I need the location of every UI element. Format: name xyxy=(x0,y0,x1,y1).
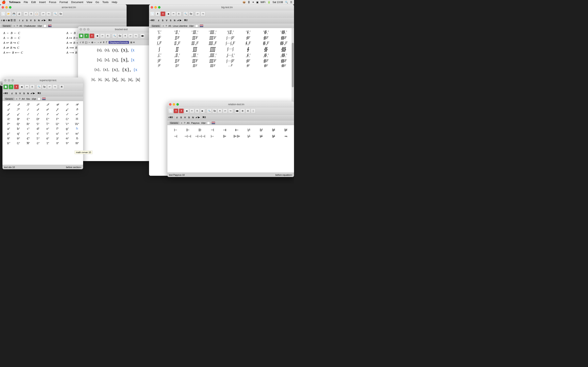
tb-copy[interactable]: ⎘ xyxy=(29,11,34,16)
tb-r-extra4[interactable]: | xyxy=(251,108,256,113)
tb-b-down[interactable]: ⬇ xyxy=(89,33,94,38)
fmt-s-extra[interactable]: ⌘2 xyxy=(37,92,41,95)
tb-b-new[interactable]: 📄 xyxy=(79,33,84,38)
max-button-super[interactable] xyxy=(11,79,14,82)
style-big[interactable]: Generic xyxy=(151,25,161,27)
doc-content-super[interactable]: 𝒫a 𝒬a ℛa 𝒮a 𝒯a 𝒰a 𝒱a 𝒲a 𝒶a ℱa 𝒸a 𝒹a ℯa 𝒻… xyxy=(2,101,83,165)
tb-s-down[interactable]: ⬇ xyxy=(14,84,19,89)
fmt-bg-script[interactable]: 𝒜 xyxy=(177,19,179,22)
fmt-italic[interactable]: I xyxy=(18,19,21,22)
tb-r-extra3[interactable]: ⊟ xyxy=(245,108,250,113)
tb-bg-undo[interactable]: ↩ xyxy=(195,11,200,16)
fmt-r-extra[interactable]: ⌘2 xyxy=(202,116,206,119)
fmt-bg-normal[interactable]: N xyxy=(173,19,176,22)
tb-bg-spell[interactable]: Sp xyxy=(189,11,193,16)
style-generic[interactable]: Generic xyxy=(2,25,12,27)
fmt-arrow[interactable]: ▶ xyxy=(44,19,45,22)
tb-save[interactable]: 💾 xyxy=(11,11,16,16)
color-box-relation[interactable] xyxy=(207,122,210,124)
tb-r-new[interactable]: 📄 xyxy=(168,108,173,113)
color-box-big[interactable] xyxy=(195,25,198,27)
fmt-s-strong[interactable]: S xyxy=(15,92,17,95)
tb-b-redo[interactable]: ↪ xyxy=(133,33,138,38)
tb-b-open[interactable]: ⬆ xyxy=(84,33,89,38)
tb-r-up[interactable]: ⬆ xyxy=(173,108,178,113)
style-relation[interactable]: Generic xyxy=(169,122,180,124)
tb-cut[interactable]: ✂ xyxy=(24,11,28,16)
menu-document[interactable]: Document xyxy=(71,1,83,4)
min-button-super[interactable] xyxy=(8,79,10,82)
tb-r-spell[interactable]: Sp xyxy=(212,108,217,113)
tb-open[interactable]: 📂 xyxy=(6,11,11,16)
fmt-bg-strong[interactable]: S xyxy=(161,19,164,22)
tb-redo[interactable]: ↪ xyxy=(46,11,51,16)
plus-btn[interactable]: + xyxy=(14,25,15,27)
close-button-bracket[interactable] xyxy=(80,28,82,31)
tb-bg-copy[interactable]: ⎘ xyxy=(176,11,181,16)
tb-s-undo[interactable]: ↩ xyxy=(47,84,52,89)
fmt-sans[interactable]: S xyxy=(33,19,36,22)
color-box[interactable] xyxy=(43,25,46,27)
fmt-r-arrow[interactable]: ▶ xyxy=(198,116,200,119)
fmt-bg-em[interactable]: E xyxy=(157,19,160,22)
close-button-arrow[interactable] xyxy=(2,6,4,8)
tb-bg-cut[interactable]: ✂ xyxy=(171,11,176,16)
tb-r-fwd[interactable]: ▶ xyxy=(200,108,205,113)
tb-spell[interactable]: Sp xyxy=(58,11,63,16)
fmt-r-verb[interactable]: V xyxy=(183,116,187,119)
tb-r-extra1[interactable]: ◀▶ xyxy=(235,108,240,113)
tb-s-up[interactable]: ⬆ xyxy=(9,84,13,89)
tb-r-x[interactable]: ✕ xyxy=(217,108,222,113)
fmt-s-verb[interactable]: V xyxy=(18,92,22,95)
tb-search[interactable]: 🔍 xyxy=(53,11,58,16)
fmt-extra1[interactable]: ⌘2 xyxy=(48,19,52,22)
tb-s-back[interactable]: ◀ xyxy=(19,84,24,89)
menu-icon[interactable]: ☰ xyxy=(290,1,292,4)
tb-bg-redo[interactable]: ↪ xyxy=(200,11,205,16)
tb-b-x[interactable]: ✕ xyxy=(123,33,128,38)
fmt-strong[interactable]: S xyxy=(25,19,28,22)
fmt-r-script[interactable]: 𝒜 xyxy=(195,116,197,119)
tb-r-undo[interactable]: ↩ xyxy=(223,108,228,113)
close-button-super[interactable] xyxy=(4,79,7,82)
tb-bg-open[interactable]: ⬆ xyxy=(155,11,160,16)
tb-s-redo[interactable]: ↪ xyxy=(52,84,57,89)
max-button-arrow[interactable] xyxy=(9,6,11,8)
plus-relation[interactable]: + xyxy=(181,122,182,124)
close-button-big[interactable] xyxy=(151,6,153,8)
tb-r-redo[interactable]: ↪ xyxy=(228,108,233,113)
fmt-verb[interactable]: V xyxy=(29,19,32,22)
tb-s-extra[interactable]: ⌘ xyxy=(59,84,64,89)
close-button-relation[interactable] xyxy=(169,103,172,106)
tb-bg-new[interactable]: 📄 xyxy=(150,11,155,16)
fmt-r-em[interactable]: E xyxy=(176,116,179,119)
help-super[interactable]: ? xyxy=(19,98,20,100)
menu-edit[interactable]: Edit xyxy=(31,1,36,4)
min-button-arrow[interactable] xyxy=(5,6,8,8)
tb-r-cut[interactable]: ✂ xyxy=(190,108,194,113)
tb-b-copy[interactable]: ⎘ xyxy=(105,33,110,38)
fmt-bg-verb[interactable]: V xyxy=(165,19,168,22)
doc-content-bracket[interactable]: (x), (x), (x), (x), (x [x], [x], [x], [x… xyxy=(78,45,154,161)
scrollbar-thumb-big[interactable] xyxy=(292,43,294,87)
fmt-r-sans[interactable]: S xyxy=(187,116,190,119)
fmt-normal[interactable]: N xyxy=(37,19,40,22)
menu-help[interactable]: Help xyxy=(112,1,117,4)
fmt-s-normal[interactable]: N xyxy=(26,92,30,95)
tb-paste[interactable]: 📋 xyxy=(34,11,39,16)
color-box-super[interactable] xyxy=(38,98,40,100)
min-button-relation[interactable] xyxy=(173,103,175,106)
tb-bg-back[interactable]: ◀ xyxy=(166,11,171,16)
tb-s-zoom[interactable]: 🔍 xyxy=(36,84,42,89)
menu-insert[interactable]: Insert xyxy=(39,1,46,4)
fmt-bg-sans[interactable]: S xyxy=(169,19,172,22)
tb-b-cut[interactable]: ✂ xyxy=(100,33,105,38)
tb-r-back[interactable]: ◀ xyxy=(184,108,189,113)
menu-file[interactable]: File xyxy=(24,1,28,4)
fmt-r-normal[interactable]: N xyxy=(191,116,195,119)
tb-s-cut[interactable]: ✂ xyxy=(25,84,29,89)
menu-view[interactable]: View xyxy=(86,1,92,4)
tb-b-zoom[interactable]: 🔍 xyxy=(112,33,117,38)
min-button-big[interactable] xyxy=(154,6,157,8)
max-button-relation[interactable] xyxy=(176,103,179,106)
